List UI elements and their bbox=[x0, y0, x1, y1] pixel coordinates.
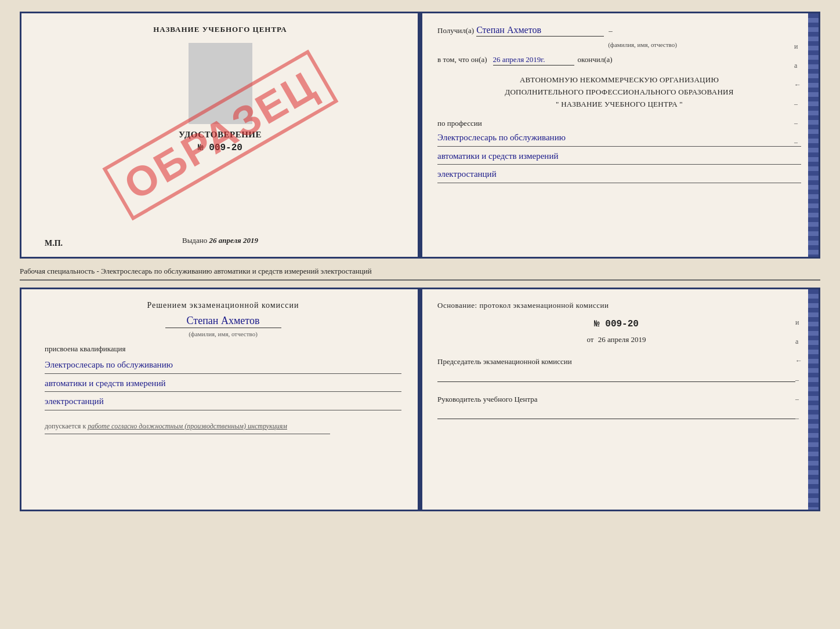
received-label: Получил(а) bbox=[437, 26, 474, 35]
profession-line3: электростанций bbox=[437, 168, 801, 183]
book-spine bbox=[418, 13, 422, 257]
mp-label: М.П. bbox=[45, 239, 63, 248]
bottom-name-subtitle: (фамилия, имя, отчество) bbox=[45, 330, 401, 337]
school-name-top: НАЗВАНИЕ УЧЕБНОГО ЦЕНТРА bbox=[153, 25, 287, 34]
recipient-subtitle: (фамилия, имя, отчество) bbox=[484, 41, 801, 48]
director-signature-block: Руководитель учебного Центра bbox=[437, 394, 795, 420]
finished-date: 26 апреля 2019г. bbox=[493, 55, 574, 66]
bottom-book-spine bbox=[418, 289, 422, 510]
date-value-bottom: 26 апреля 2019 bbox=[598, 335, 646, 344]
protocol-date: от 26 апреля 2019 bbox=[437, 335, 795, 344]
chair-signature-block: Председатель экзаменационной комиссии bbox=[437, 356, 795, 382]
admission-value: работе согласно должностным (производств… bbox=[88, 422, 287, 430]
chair-signature-line bbox=[437, 370, 795, 382]
right-sidebar-marks: и а ← – – – bbox=[794, 42, 801, 147]
protocol-number: № 009-20 bbox=[437, 319, 795, 329]
finished-label: окончил(а) bbox=[578, 55, 613, 64]
qual-line2: автоматики и средств измерений bbox=[45, 377, 401, 392]
document-container: НАЗВАНИЕ УЧЕБНОГО ЦЕНТРА УДОСТОВЕРЕНИЕ №… bbox=[20, 12, 820, 511]
separator-text: Рабочая специальность - Электрослесарь п… bbox=[20, 263, 820, 281]
bottom-name: Степан Ахметов bbox=[165, 315, 281, 328]
in-that-label: в том, что он(а) bbox=[437, 55, 487, 64]
profession-line2: автоматики и средств измерений bbox=[437, 150, 801, 165]
basis-label: Основание: протокол экзаменационной коми… bbox=[437, 301, 609, 310]
qual-line1: Электрослесарь по обслуживанию bbox=[45, 358, 401, 374]
issued-line: Выдано 26 апреля 2019 bbox=[182, 236, 258, 245]
issued-label: Выдано bbox=[182, 236, 207, 245]
bottom-diploma-book: Решением экзаменационной комиссии Степан… bbox=[20, 288, 820, 511]
top-right-page: Получил(а) Степан Ахметов – (фамилия, им… bbox=[420, 13, 819, 257]
in-that-line: в том, что он(а) 26 апреля 2019г. окончи… bbox=[437, 55, 801, 66]
cert-number: № 009-20 bbox=[198, 143, 242, 153]
org-line1: АВТОНОМНУЮ НЕКОММЕРЧЕСКУЮ ОРГАНИЗАЦИЮ bbox=[437, 74, 801, 86]
profession-line1: Электрослесарь по обслуживанию bbox=[437, 131, 801, 147]
org-line3: " НАЗВАНИЕ УЧЕБНОГО ЦЕНТРА " bbox=[437, 99, 801, 111]
admission-label: допускается к работе согласно должностны… bbox=[45, 422, 401, 431]
basis-block: Основание: протокол экзаменационной коми… bbox=[437, 301, 795, 310]
org-line2: ДОПОЛНИТЕЛЬНОГО ПРОФЕССИОНАЛЬНОГО ОБРАЗО… bbox=[437, 86, 801, 99]
org-block: АВТОНОМНУЮ НЕКОММЕРЧЕСКУЮ ОРГАНИЗАЦИЮ ДО… bbox=[437, 74, 801, 110]
received-line: Получил(а) Степан Ахметов – bbox=[437, 25, 801, 37]
director-label: Руководитель учебного Центра bbox=[437, 394, 795, 405]
photo-placeholder bbox=[189, 43, 252, 124]
director-signature-line bbox=[437, 408, 795, 419]
date-prefix: от bbox=[586, 335, 593, 344]
bottom-left-page: Решением экзаменационной комиссии Степан… bbox=[21, 289, 420, 510]
qual-line3: электростанций bbox=[45, 395, 401, 410]
decision-header: Решением экзаменационной комиссии bbox=[45, 301, 401, 310]
top-diploma-book: НАЗВАНИЕ УЧЕБНОГО ЦЕНТРА УДОСТОВЕРЕНИЕ №… bbox=[20, 12, 820, 259]
profession-section: по профессии Электрослесарь по обслужива… bbox=[437, 119, 801, 183]
bottom-right-sidebar-marks: и а ← – – – bbox=[795, 318, 802, 423]
cert-type: УДОСТОВЕРЕНИЕ bbox=[179, 130, 262, 140]
bottom-right-page: Основание: протокол экзаменационной коми… bbox=[420, 289, 819, 510]
issued-date: 26 апреля 2019 bbox=[209, 236, 258, 245]
name-block: Степан Ахметов bbox=[45, 315, 401, 328]
chair-label: Председатель экзаменационной комиссии bbox=[437, 356, 795, 368]
recipient-name: Степан Ахметов bbox=[476, 25, 604, 37]
qualification-assigned-label: присвоена квалификация bbox=[45, 344, 401, 354]
profession-label: по профессии bbox=[437, 119, 801, 128]
top-left-page: НАЗВАНИЕ УЧЕБНОГО ЦЕНТРА УДОСТОВЕРЕНИЕ №… bbox=[21, 13, 420, 257]
